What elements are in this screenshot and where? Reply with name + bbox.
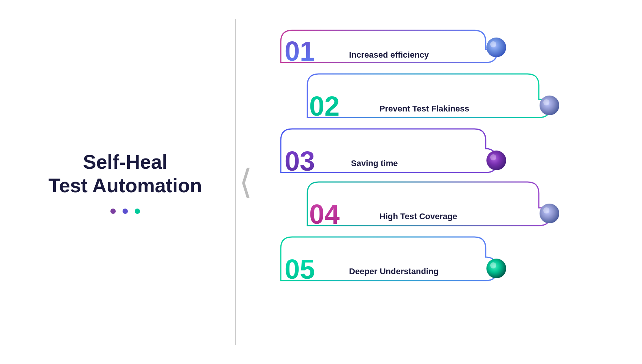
svg-point-22 xyxy=(486,259,506,278)
svg-point-8 xyxy=(543,99,549,105)
svg-point-13 xyxy=(490,154,496,160)
svg-point-3 xyxy=(490,41,496,47)
svg-text:01: 01 xyxy=(285,36,315,66)
vertical-divider xyxy=(235,19,236,345)
main-title: Self-Heal Test Automation xyxy=(49,150,202,198)
svg-text:Saving time: Saving time xyxy=(351,158,398,168)
svg-text:03: 03 xyxy=(285,146,315,176)
bracket-icon: ⟨ xyxy=(239,165,252,199)
svg-point-18 xyxy=(543,207,549,213)
svg-point-12 xyxy=(486,151,506,170)
diagram-svg: 01 Increased efficiency 02 Prevent Test … xyxy=(254,11,634,353)
svg-point-7 xyxy=(540,96,559,115)
svg-text:02: 02 xyxy=(309,91,340,121)
svg-text:04: 04 xyxy=(309,199,340,229)
dot-blue xyxy=(123,209,128,214)
dot-purple xyxy=(110,209,116,214)
svg-point-2 xyxy=(486,38,506,57)
dot-green xyxy=(135,209,140,214)
svg-text:Prevent Test Flakiness: Prevent Test Flakiness xyxy=(379,104,469,113)
svg-point-17 xyxy=(540,204,559,223)
svg-text:High Test Coverage: High Test Coverage xyxy=(379,212,457,221)
svg-point-23 xyxy=(490,262,496,268)
diagram-section: 01 Increased efficiency 02 Prevent Test … xyxy=(254,11,634,353)
left-section: Self-Heal Test Automation xyxy=(0,150,228,214)
svg-text:Increased efficiency: Increased efficiency xyxy=(349,50,429,60)
svg-text:05: 05 xyxy=(285,254,315,284)
decoration-dots xyxy=(110,209,140,214)
main-container: Self-Heal Test Automation ⟨ xyxy=(0,0,642,364)
svg-text:Deeper Understanding: Deeper Understanding xyxy=(349,267,439,276)
